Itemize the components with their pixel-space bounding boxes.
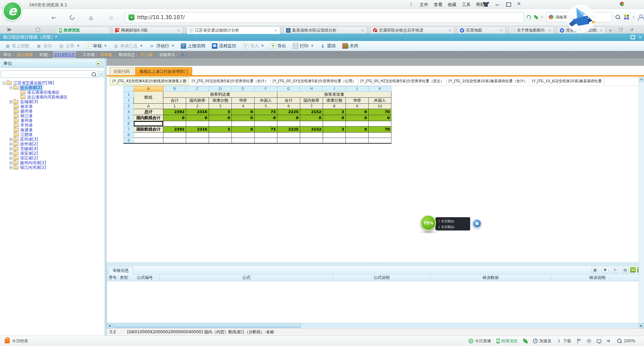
active-cell[interactable] (134, 121, 163, 127)
row-header[interactable]: 7 (124, 127, 134, 133)
tree-item[interactable]: +盐城港[3] (0, 99, 105, 104)
tree-item[interactable]: 泰州港 (0, 118, 105, 123)
minimize-button[interactable] (494, 1, 500, 7)
row-header[interactable]: 4 (124, 109, 134, 115)
dropdown-caret-icon[interactable]: ▼ (104, 44, 106, 47)
collapse-icon[interactable]: − (3, 82, 6, 85)
data-cell[interactable] (163, 121, 186, 127)
search-icon[interactable] (615, 14, 621, 20)
arrive-group-header[interactable]: 旅客到达量 (163, 92, 277, 98)
data-cell[interactable]: 2316 (186, 127, 209, 133)
row-label-cell[interactable]: 总计 (134, 109, 163, 115)
row-header[interactable]: 2 (124, 98, 134, 104)
data-cell[interactable] (186, 121, 209, 127)
data-cell[interactable]: 0 (346, 109, 369, 115)
tree-item[interactable]: 南通港 (0, 128, 105, 132)
report-tab[interactable]: [Y_JTG_05_GY][交统港5表]分货类吞吐量（公用） (271, 78, 359, 85)
menu-item[interactable]: 工具 (462, 2, 471, 8)
sidebar-more-button[interactable]: » (99, 71, 104, 77)
data-cell[interactable]: 0 (186, 115, 209, 121)
column-header[interactable]: B (163, 86, 186, 92)
menu-item[interactable]: 文件 (420, 2, 428, 8)
browser-tab[interactable]: 交通部联合铁总召开推进× (370, 27, 454, 34)
audit-column-header[interactable]: 公式说明 (333, 275, 430, 281)
grid-corner[interactable] (124, 86, 134, 92)
sub-header-cell[interactable]: 外国人 (255, 98, 277, 104)
data-cell[interactable] (232, 121, 255, 127)
column-header[interactable]: I (323, 86, 346, 92)
data-cell[interactable] (346, 133, 369, 138)
toolbar-button[interactable]: 流程监控 (210, 42, 239, 50)
row-header[interactable]: 8 (124, 133, 134, 138)
tab-close-icon[interactable]: × (545, 28, 551, 33)
tree-item[interactable]: 镇江港 (0, 113, 105, 118)
tab-close-icon[interactable]: × (272, 28, 277, 33)
data-cell[interactable]: 70 (369, 109, 391, 115)
browser-tab[interactable]: 关于降低船舶引航费收费× (509, 27, 554, 34)
code-cell[interactable]: 7 (300, 104, 323, 109)
data-cell[interactable] (277, 133, 300, 138)
browser-tab[interactable]: 百度地图× (457, 27, 505, 34)
data-cell[interactable] (369, 121, 391, 127)
data-cell[interactable]: 70 (369, 127, 391, 133)
data-cell[interactable] (209, 138, 232, 143)
dropdown-caret-icon[interactable]: ▼ (140, 44, 142, 47)
row-header[interactable]: 9 (124, 138, 134, 143)
chevron-down-icon[interactable]: ∨ (541, 15, 543, 19)
data-cell[interactable] (163, 133, 186, 138)
scroll-left-button[interactable]: ◀ (107, 323, 112, 328)
data-cell[interactable] (209, 133, 232, 138)
code-cell[interactable]: A (134, 104, 163, 109)
data-cell[interactable]: 2152 (300, 109, 323, 115)
toolbar-button[interactable]: 退回 (318, 42, 338, 50)
row-header[interactable]: 1 (124, 92, 134, 98)
tree-item[interactable]: −江苏省交通运输厅[38] (0, 81, 105, 85)
row-label-cell[interactable]: 国际航线合计 (134, 127, 163, 133)
column-header[interactable]: D (209, 86, 232, 92)
browser-tab[interactable]: 集装箱铁水联运现状分析× (283, 27, 367, 34)
report-tab[interactable]: [Y_JTG_4][交统港4表]分航线进出港旅客人数 (110, 77, 189, 85)
tree-label[interactable]: 镇江内河港[2] (19, 165, 47, 170)
data-cell[interactable]: 2152 (300, 127, 323, 133)
back-button[interactable]: ← (50, 13, 58, 22)
menu-item[interactable]: 查看 (434, 2, 442, 8)
data-cell[interactable] (346, 138, 369, 143)
data-cell[interactable]: 2316 (186, 109, 209, 115)
今日直播-button[interactable]: 今日直播 (469, 338, 491, 344)
report-tab[interactable]: [Y_JTG_10][交统港10表]集装箱吞吐量（合计） (446, 78, 530, 85)
column-header[interactable]: H (300, 86, 323, 92)
search-engine-icon[interactable] (549, 15, 553, 19)
report-tab[interactable]: [Y_JTG_10_JG][交统港10表]集装箱吞吐量 (530, 78, 604, 85)
row-header[interactable]: 3 (124, 104, 134, 109)
code-cell[interactable]: 4 (232, 104, 255, 109)
data-cell[interactable] (369, 133, 391, 138)
tab-list-button[interactable]: ❐ (619, 28, 623, 32)
dropdown-caret-icon[interactable]: ▼ (311, 44, 313, 47)
address-input[interactable]: + http://10.1.30.107/ (125, 12, 524, 23)
tree-item[interactable]: +徐州港[2] (0, 142, 105, 146)
data-cell[interactable]: 73 (255, 109, 277, 115)
apps-caret-icon[interactable]: ∨ (633, 15, 635, 19)
browser-tab[interactable]: 跨屏浏览 (56, 27, 110, 34)
refresh-button[interactable] (68, 13, 76, 22)
expand-icon[interactable]: + (9, 166, 12, 169)
data-cell[interactable]: 2392 (163, 109, 186, 115)
bottombar-icon[interactable] (523, 339, 528, 343)
data-cell[interactable] (255, 121, 277, 127)
data-cell[interactable]: 0 (346, 127, 369, 133)
incognito-ring-icon[interactable] (526, 14, 532, 20)
code-cell[interactable]: 3 (209, 104, 232, 109)
tree-item[interactable]: +苏州港[3] (0, 137, 105, 142)
audit-column-header[interactable]: 错误数据 (430, 275, 551, 281)
data-cell[interactable] (163, 138, 186, 143)
code-cell[interactable]: 10 (369, 104, 391, 109)
tab-close-icon[interactable]: × (597, 28, 603, 33)
column-header[interactable]: J (346, 86, 369, 92)
audit-column-header[interactable]: 类型 (118, 275, 130, 281)
tree-item[interactable]: 扬州港 (0, 109, 105, 113)
row-header[interactable]: 6 (124, 121, 134, 127)
scroll-right-button[interactable]: ▶ (639, 323, 644, 328)
data-cell[interactable]: 0 (232, 109, 255, 115)
data-cell[interactable]: 3 (323, 109, 346, 115)
toolbar-button[interactable]: 审核▼ (84, 42, 109, 50)
